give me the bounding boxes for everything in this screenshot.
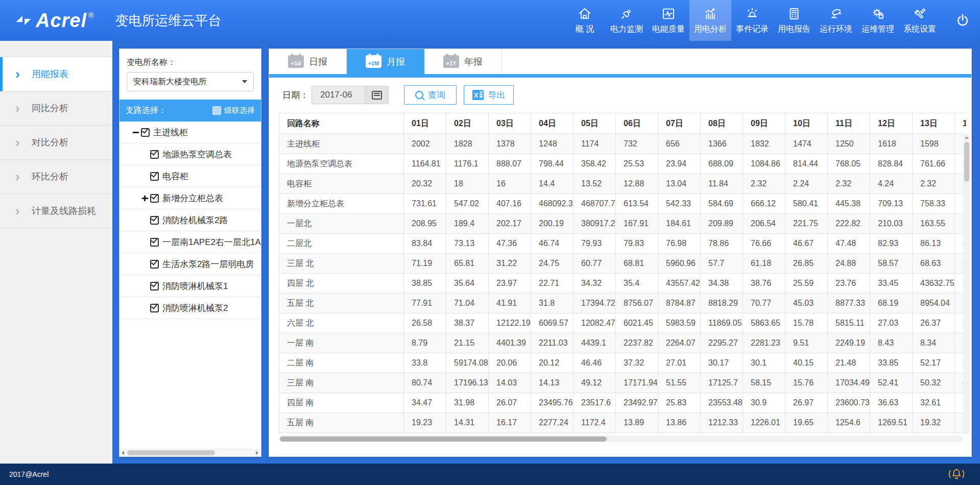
value-cell: 23600.73 (828, 393, 870, 413)
table-row: 二层 南33.859174.0820.0620.1246.4637.3227.0… (279, 353, 967, 373)
value-cell: 77157.03 (531, 433, 573, 434)
checkbox-checked-icon[interactable] (150, 150, 159, 159)
value-cell: 78.31 (828, 433, 870, 434)
value-cell: 8818.29 (701, 294, 743, 313)
value-cell: 584.69 (701, 194, 743, 214)
tree-item[interactable]: 生活水泵2路一层弱电房 (119, 253, 261, 275)
value-cell: 28934.71 (870, 433, 913, 434)
sidebar-item-3[interactable]: ›对比分析 (0, 126, 112, 160)
sidebar-item-2[interactable]: ›同比分析 (0, 91, 112, 126)
sidebar-item-1[interactable]: ›用能报表 (0, 57, 112, 91)
logo-text: Acrel (36, 10, 87, 32)
value-cell: 468707.71 (573, 194, 616, 214)
nav-item-alarm[interactable]: 事件记录 (731, 0, 773, 41)
nav-item-label: 电力监测 (610, 24, 643, 35)
value-cell: 38.37 (446, 313, 489, 333)
tab-2[interactable]: +1M月报 (347, 49, 424, 74)
nav-item-label: 运行环境 (820, 24, 852, 35)
checkbox-checked-icon[interactable] (150, 304, 159, 312)
value-cell: 70.77 (743, 294, 785, 313)
query-button[interactable]: 查询 (404, 85, 457, 105)
tree-item[interactable]: 消防喷淋机械泵1 (119, 275, 261, 297)
value-cell: 445.38 (828, 194, 870, 214)
value-cell: 28669.85 (573, 433, 616, 434)
tab-1[interactable]: +1d日报 (269, 49, 347, 74)
value-cell: 1828 (446, 134, 489, 154)
station-select-value: 安科瑞新大楼变电所 (133, 77, 207, 87)
sidebar-item-label: 计量及线路损耗 (32, 206, 96, 216)
chevron-right-icon: › (15, 194, 20, 228)
tree-item[interactable]: 消防栓机械泵2路 (119, 209, 261, 231)
value-cell: 26.07 (489, 393, 531, 413)
value-cell: 14.13 (531, 373, 573, 393)
nav-item-bar-chart[interactable]: 用电分析 (689, 0, 731, 41)
tree-item[interactable]: 主进线柜 (119, 122, 261, 143)
nav-item-home[interactable]: 概 况 (564, 0, 606, 41)
sidebar-item-4[interactable]: ›环比分析 (0, 160, 112, 194)
vscroll-thumb[interactable] (964, 142, 969, 182)
branch-panel: 变电所名称： 安科瑞新大楼变电所 支路选择： 级联选择 主进线柜地源热泵空调总表… (119, 48, 261, 457)
nav-item-tools[interactable]: 系统设置 (899, 0, 941, 41)
value-cell: 20.32 (404, 174, 446, 194)
hscroll-thumb[interactable] (280, 436, 607, 442)
value-cell: 23492.97 (616, 393, 658, 413)
checkbox-checked-icon[interactable] (150, 260, 159, 269)
value-cell: 1248 (531, 134, 573, 154)
tree-item[interactable]: 一层南1APE2右一层北1APE1左 (119, 231, 261, 253)
nav-item-gear-lock[interactable]: 运维管理 (857, 0, 899, 41)
value-cell: 8954.04 (913, 294, 955, 313)
checkbox-checked-icon[interactable] (150, 172, 159, 181)
camera-icon (828, 6, 844, 21)
minus-expander-icon[interactable] (132, 128, 141, 137)
checkbox-checked-icon[interactable] (150, 194, 159, 203)
export-button[interactable]: X 导出 (464, 85, 514, 105)
branch-panel-hscrollbar[interactable] (120, 449, 260, 456)
notification-bell-icon[interactable] (947, 467, 966, 481)
sidebar-item-label: 对比分析 (32, 137, 68, 148)
value-cell: 732 (616, 134, 658, 154)
table-hscrollbar[interactable] (279, 435, 963, 442)
nav-item-waveform[interactable]: 电能质量 (648, 0, 689, 41)
scroll-right-arrow-icon[interactable] (254, 449, 260, 456)
value-cell: 45.03 (785, 294, 828, 313)
tree-item[interactable]: 新增分立柜总表 (119, 187, 261, 209)
value-cell: 26.85 (785, 254, 828, 274)
nav-item-report[interactable]: 用电报告 (773, 0, 815, 41)
station-select[interactable]: 安科瑞新大楼变电所 (127, 72, 254, 91)
scroll-up-arrow-icon[interactable] (963, 135, 970, 141)
value-cell: 2277.24 (531, 413, 573, 433)
tree-item[interactable]: 电容柜 (119, 165, 261, 187)
cascade-checkbox[interactable]: 级联选择 (212, 106, 255, 115)
date-label: 日期： (282, 89, 308, 101)
date-input[interactable]: 2017-06 (312, 86, 365, 104)
value-cell: 46.67 (785, 234, 828, 254)
value-cell: 77.91 (404, 294, 446, 313)
value-cell: 23517.6 (573, 393, 616, 413)
nav-item-plug[interactable]: 电力监测 (606, 0, 648, 41)
value-cell: 6021.45 (616, 313, 658, 333)
nav-item-label: 事件记录 (736, 24, 769, 35)
calendar-button[interactable] (365, 86, 389, 104)
checkbox-checked-icon[interactable] (150, 238, 159, 247)
tree-item[interactable]: 地源热泵空调总表 (119, 143, 261, 165)
value-cell: 73.13 (446, 234, 489, 254)
checkbox-checked-icon[interactable] (150, 282, 159, 290)
sidebar-item-label: 环比分析 (32, 172, 68, 182)
scroll-left-arrow-icon[interactable] (120, 449, 127, 456)
value-cell: 23.97 (489, 274, 531, 294)
plus-expander-icon[interactable] (141, 194, 150, 203)
checkbox-checked-icon[interactable] (141, 128, 150, 137)
brand: Acrel ® 变电所运维云平台 (14, 0, 221, 41)
circuit-name-cell: 二层 南 (279, 353, 404, 373)
tab-3[interactable]: +1Y年报 (424, 49, 502, 74)
tree-item[interactable]: 消防喷淋机械泵2 (119, 297, 261, 319)
value-cell: 36.63 (870, 393, 913, 413)
power-button[interactable] (954, 12, 971, 29)
hscroll-thumb[interactable] (127, 450, 215, 455)
value-cell: 221.75 (785, 214, 828, 234)
nav-item-camera[interactable]: 运行环境 (815, 0, 857, 41)
table-vscrollbar[interactable] (963, 134, 970, 434)
checkbox-checked-icon[interactable] (150, 216, 159, 225)
sidebar-item-5[interactable]: ›计量及线路损耗 (0, 194, 112, 228)
value-cell: 13.04 (658, 174, 701, 194)
